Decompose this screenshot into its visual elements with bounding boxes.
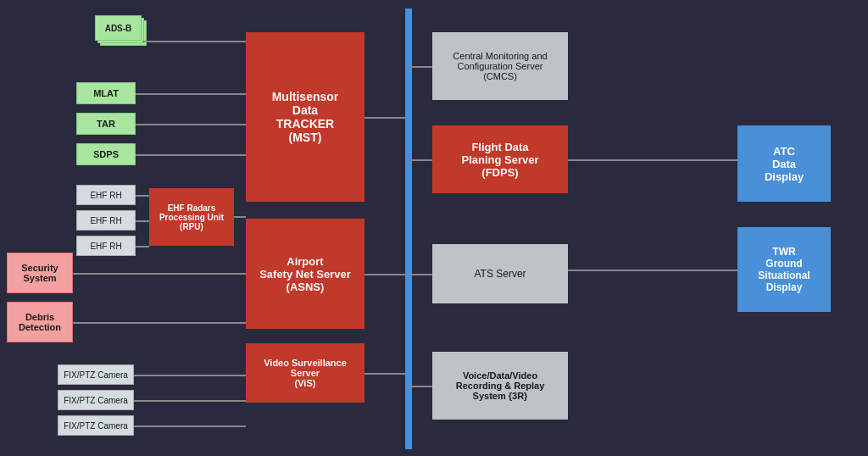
conn-adsb-mst <box>142 41 246 42</box>
conn-ats-twr <box>568 270 737 271</box>
vdvr-box: Voice/Data/Video Recording & Replay Syst… <box>432 352 568 420</box>
conn-divider-ats <box>412 274 432 275</box>
conn-ehf2-rpu <box>136 220 149 222</box>
architecture-diagram: ADS-B MLAT TAR SDPS EHF RH EHF RH EHF RH… <box>0 0 868 456</box>
ats-box: ATS Server <box>432 244 568 303</box>
camera2-box: FIX/PTZ Camera <box>58 390 134 410</box>
ehf2-box: EHF RH <box>76 210 136 231</box>
conn-ehf3-rpu <box>136 246 149 247</box>
conn-rpu-asns <box>234 216 246 218</box>
ehf1-box: EHF RH <box>76 185 136 205</box>
vis-box: Video Surveillance Server (ViS) <box>246 343 364 403</box>
security-box: Security System <box>7 253 73 293</box>
conn-tar-mst <box>136 124 246 125</box>
conn-divider-fdps <box>412 159 432 161</box>
conn-vis-divider <box>364 373 405 375</box>
adsb-paper-1: ADS-B <box>95 15 142 41</box>
divider-line <box>405 8 412 449</box>
conn-mlat-mst <box>136 93 246 95</box>
conn-cam2-vis <box>134 400 246 402</box>
conn-cam3-vis <box>134 425 246 427</box>
tar-box: TAR <box>76 113 136 135</box>
camera3-box: FIX/PTZ Camera <box>58 415 134 436</box>
conn-divider-cmcs <box>412 66 432 68</box>
conn-ehf1-rpu <box>136 195 149 197</box>
atc-box: ATC Data Display <box>737 125 831 202</box>
sdps-box: SDPS <box>76 143 136 165</box>
rpu-box: EHF Radars Processing Unit (RPU) <box>149 188 234 246</box>
mst-box: Multisensor Data TRACKER (MST) <box>246 32 364 202</box>
conn-mst-divider <box>364 117 405 119</box>
mlat-box: MLAT <box>76 82 136 104</box>
fdps-box: Flight Data Planing Server (FDPS) <box>432 125 568 193</box>
conn-debris-vis <box>73 322 246 324</box>
conn-cam1-vis <box>134 375 246 376</box>
conn-asns-divider <box>364 274 405 275</box>
cmcs-box: Central Monitoring and Configuration Ser… <box>432 32 568 100</box>
conn-fdps-atc <box>568 159 737 161</box>
conn-sdps-mst <box>136 154 246 156</box>
asns-box: Airport Safety Net Server (ASNS) <box>246 219 364 329</box>
twr-box: TWR Ground Situational Display <box>737 227 831 312</box>
ehf3-box: EHF RH <box>76 236 136 256</box>
conn-divider-vdvr <box>412 386 432 387</box>
adsb-label: ADS-B <box>105 24 132 33</box>
conn-security-asns <box>73 273 246 275</box>
debris-box: Debris Detection <box>7 302 73 342</box>
camera1-box: FIX/PTZ Camera <box>58 364 134 385</box>
